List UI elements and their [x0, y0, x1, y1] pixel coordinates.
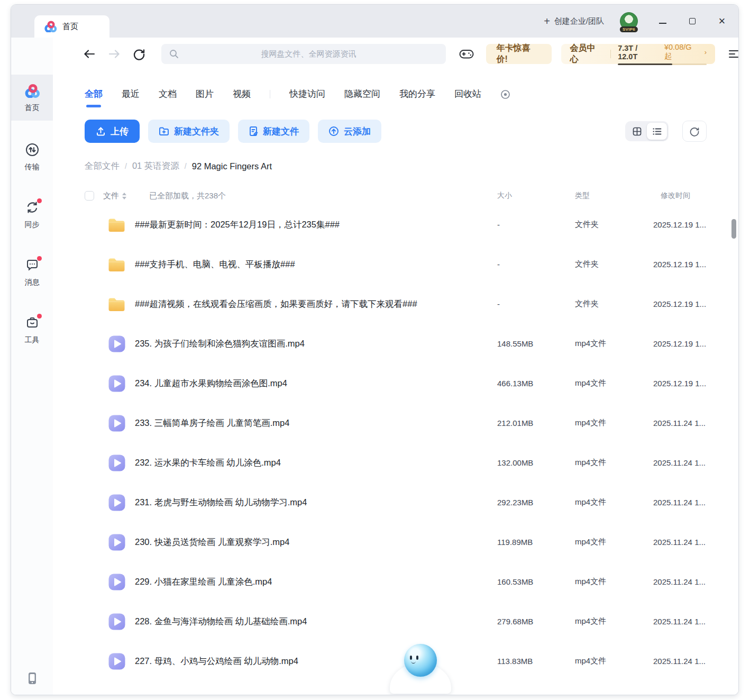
video-file-icon [107, 572, 126, 591]
file-size: 212.01MB [497, 419, 575, 428]
tab-recycle-bin[interactable]: 回收站 [454, 88, 481, 106]
tab-my-shares[interactable]: 我的分享 [399, 88, 435, 106]
refresh-list-button[interactable] [682, 121, 707, 142]
message-icon [24, 257, 40, 273]
mascot-eye [410, 656, 412, 660]
file-type: mp4文件 [575, 577, 653, 587]
tab-documents[interactable]: 文档 [159, 88, 177, 106]
scrollbar[interactable] [731, 38, 737, 693]
table-row[interactable]: 233. 三幅简单房子绘画 儿童简笔画.mp4 212.01MB mp4文件 2… [53, 403, 738, 443]
tab-all[interactable]: 全部 [85, 88, 103, 106]
forward-button[interactable] [107, 47, 121, 61]
type-column-header: 类型 [575, 191, 653, 201]
mobile-app-icon[interactable] [26, 671, 38, 685]
new-file-button[interactable]: 新建文件 [238, 120, 309, 143]
maximize-button[interactable] [688, 16, 697, 26]
table-row[interactable]: 230. 快递员送货绘画 儿童观察学习.mp4 119.89MB mp4文件 2… [53, 522, 738, 562]
tab-hidden-space[interactable]: 隐藏空间 [344, 88, 380, 106]
tab-quick-access[interactable]: 快捷访问 [289, 88, 325, 106]
file-type: 文件夹 [575, 220, 653, 230]
table-row[interactable]: 235. 为孩子们绘制和涂色猫狗友谊图画.mp4 148.55MB mp4文件 … [53, 324, 738, 363]
sidebar-item-sync[interactable]: 同步 [11, 193, 53, 236]
list-view-button[interactable] [647, 123, 667, 140]
upload-button[interactable]: 上传 [85, 120, 140, 143]
games-icon[interactable] [459, 47, 474, 61]
screenshot-stage: 首页 + 创建企业/团队 SVIP6 × [0, 0, 750, 700]
file-size: 148.55MB [497, 339, 575, 348]
folder-icon [107, 295, 126, 313]
search-input[interactable]: 搜网盘文件、全网资源资讯 [161, 44, 446, 64]
vip-badge: SVIP6 [620, 26, 638, 32]
tab-videos[interactable]: 视频 [233, 88, 251, 106]
avatar[interactable]: SVIP6 [620, 12, 638, 30]
file-type: mp4文件 [575, 378, 653, 388]
table-row[interactable]: 234. 儿童超市水果购物绘画涂色图.mp4 466.13MB mp4文件 20… [53, 363, 738, 403]
folder-icon [107, 215, 126, 234]
table-row[interactable]: 232. 运水果的卡车绘画 幼儿涂色.mp4 132.00MB mp4文件 20… [53, 443, 738, 483]
breadcrumb-root[interactable]: 全部文件 [85, 160, 120, 172]
video-file-icon [107, 414, 126, 432]
file-size: 279.68MB [497, 617, 575, 626]
breadcrumb: 全部文件 / 01 英语资源 / 92 Magic Fingers Art [53, 160, 738, 172]
sidebar-item-home[interactable]: 首页 [11, 75, 53, 121]
grid-view-button[interactable] [627, 123, 647, 140]
file-size: 119.89MB [497, 538, 575, 547]
breadcrumb-folder[interactable]: 01 英语资源 [132, 160, 179, 172]
table-row[interactable]: 228. 金鱼与海洋动物绘画 幼儿基础绘画.mp4 279.68MB mp4文件… [53, 602, 738, 641]
maximize-icon [689, 18, 696, 24]
close-button[interactable]: × [717, 16, 727, 26]
file-name: ###最新更新时间：2025年12月19日，总计235集### [135, 219, 340, 231]
tab-recent[interactable]: 最近 [122, 88, 140, 106]
file-type: mp4文件 [575, 656, 653, 666]
video-file-icon [107, 652, 126, 670]
table-row[interactable]: 231. 老虎与野生动物绘画 幼儿动物学习.mp4 292.23MB mp4文件… [53, 483, 738, 522]
promo-button[interactable]: 年卡惊喜价! [486, 44, 552, 64]
file-name: 235. 为孩子们绘制和涂色猫狗友谊图画.mp4 [135, 338, 305, 350]
file-name: 234. 儿童超市水果购物绘画涂色图.mp4 [135, 378, 287, 389]
tab-pictures[interactable]: 图片 [196, 88, 214, 106]
table-row[interactable]: ###最新更新时间：2025年12月19日，总计235集### - 文件夹 20… [53, 205, 738, 244]
table-row[interactable]: ###超清视频，在线观看会压缩画质，如果要画质好，请下载下来观看### - 文件… [53, 284, 738, 324]
file-size: 132.00MB [497, 458, 575, 467]
table-row[interactable]: 229. 小猫在家里绘画 儿童涂色.mp4 160.53MB mp4文件 202… [53, 562, 738, 602]
file-modified: 2025.11.24 1... [653, 577, 706, 586]
file-name: 232. 运水果的卡车绘画 幼儿涂色.mp4 [135, 457, 281, 469]
tab-home[interactable]: 首页 [34, 15, 109, 38]
minimize-icon [659, 23, 666, 24]
file-name: 228. 金鱼与海洋动物绘画 幼儿基础绘画.mp4 [135, 616, 307, 628]
reload-button[interactable] [132, 47, 146, 61]
file-column-header[interactable]: 文件 [103, 191, 126, 201]
new-folder-button[interactable]: 新建文件夹 [148, 120, 230, 143]
upload-icon [96, 126, 106, 137]
create-team-button[interactable]: + 创建企业/团队 [544, 16, 604, 26]
table-row[interactable]: ###支持手机、电脑、电视、平板播放### - 文件夹 2025.12.19 1… [53, 244, 738, 284]
sidebar-item-messages[interactable]: 消息 [11, 251, 53, 294]
cloud-add-button[interactable]: 云添加 [318, 120, 381, 143]
file-name: 230. 快递员送货绘画 儿童观察学习.mp4 [135, 537, 289, 548]
toolbox-icon [24, 315, 40, 331]
video-file-icon [107, 334, 126, 353]
file-modified: 2025.12.19 1... [653, 299, 706, 308]
file-modified: 2025.12.19 1... [653, 379, 706, 388]
file-modified: 2025.12.19 1... [653, 339, 706, 348]
file-modified: 2025.12.19 1... [653, 220, 706, 229]
transfer-icon [24, 142, 40, 158]
file-modified: 2025.11.24 1... [653, 538, 706, 547]
scope-icon[interactable] [500, 89, 510, 99]
minimize-button[interactable] [658, 16, 667, 26]
select-all-checkbox[interactable] [85, 191, 94, 201]
assistant-mascot[interactable] [390, 643, 451, 694]
actions-row: 上传 新建文件夹 [53, 120, 738, 143]
video-file-icon [107, 493, 126, 512]
member-center-button[interactable]: 会员中心 7.3T / 12.0T ¥0.08/G起 › [561, 44, 715, 64]
sidebar-item-tools[interactable]: 工具 [11, 308, 53, 351]
file-type: mp4文件 [575, 458, 653, 468]
mascot-eye [416, 656, 418, 660]
sidebar-item-transfer[interactable]: 传输 [11, 135, 53, 178]
file-modified: 2025.12.19 1... [653, 260, 706, 269]
file-modified: 2025.11.24 1... [653, 458, 706, 467]
home-logo-icon [24, 83, 40, 98]
plus-icon: + [544, 16, 550, 26]
scrollbar-thumb[interactable] [731, 219, 736, 239]
back-button[interactable] [83, 47, 96, 61]
